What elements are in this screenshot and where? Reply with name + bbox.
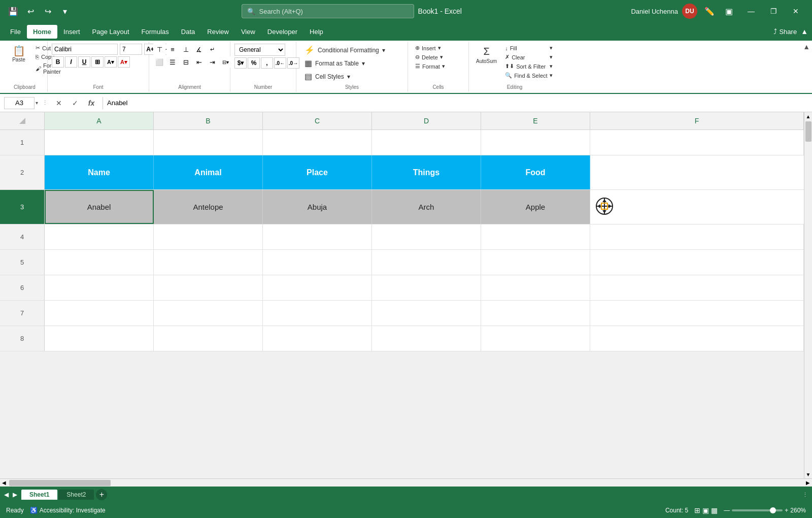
cell-a2[interactable]: Name bbox=[45, 155, 154, 189]
sheet-right-arrow[interactable]: ⋮ bbox=[800, 491, 810, 499]
cell-e6[interactable] bbox=[481, 275, 590, 300]
row-num-3[interactable]: 3 bbox=[0, 190, 45, 224]
wrap-text-button[interactable]: ↵ bbox=[206, 44, 218, 55]
cell-e1[interactable] bbox=[481, 130, 590, 155]
delete-button[interactable]: ⊖ Delete ▾ bbox=[412, 53, 446, 61]
cell-b3[interactable]: Antelope bbox=[154, 190, 263, 224]
paste-button[interactable]: 📋 Paste bbox=[6, 44, 31, 65]
cell-b4[interactable] bbox=[154, 224, 263, 249]
cell-a3[interactable]: Anabel bbox=[45, 190, 154, 224]
cell-b2[interactable]: Animal bbox=[154, 155, 263, 189]
cell-c1[interactable] bbox=[263, 130, 372, 155]
cell-c3[interactable]: Abuja bbox=[263, 190, 372, 224]
cell-d4[interactable] bbox=[372, 224, 481, 249]
font-color-button[interactable]: A▾ bbox=[118, 56, 130, 68]
number-format-select[interactable]: General Number Currency Accounting Date … bbox=[234, 44, 285, 56]
insert-button[interactable]: ⊕ Insert ▾ bbox=[412, 44, 444, 52]
cell-e3[interactable]: Apple bbox=[481, 190, 590, 224]
col-header-a[interactable]: A bbox=[45, 112, 154, 130]
top-align-button[interactable]: ⊤ bbox=[153, 44, 165, 55]
cell-f5[interactable] bbox=[590, 250, 804, 275]
cell-f4[interactable] bbox=[590, 224, 804, 249]
ribbon-collapse-arrow[interactable]: ▲ bbox=[803, 43, 810, 51]
vertical-scrollbar[interactable]: ▲ ▼ bbox=[804, 112, 812, 478]
cell-e2[interactable]: Food bbox=[481, 155, 590, 189]
zoom-slider[interactable] bbox=[732, 509, 783, 511]
autosum-button[interactable]: Σ AutoSum bbox=[473, 44, 500, 66]
cell-b6[interactable] bbox=[154, 275, 263, 300]
decrease-decimal-button[interactable]: .0← bbox=[274, 57, 286, 69]
italic-button[interactable]: I bbox=[65, 56, 77, 68]
font-name-input[interactable] bbox=[52, 44, 118, 55]
scroll-left-arrow[interactable]: ◀ bbox=[0, 480, 8, 485]
sheet-nav-next[interactable]: ▶ bbox=[11, 491, 19, 498]
cell-e8[interactable] bbox=[481, 326, 590, 351]
comma-button[interactable]: , bbox=[261, 57, 273, 69]
normal-view-icon[interactable]: ⊞ bbox=[694, 506, 700, 514]
cell-b7[interactable] bbox=[154, 301, 263, 326]
col-header-f[interactable]: F bbox=[590, 112, 804, 130]
horizontal-scrollbar[interactable]: ◀ ▶ bbox=[0, 478, 812, 487]
cell-e4[interactable] bbox=[481, 224, 590, 249]
minimize-button[interactable]: — bbox=[741, 4, 761, 19]
format-as-table-button[interactable]: ▦ Format as Table ▾ bbox=[300, 57, 369, 70]
menu-file[interactable]: File bbox=[4, 25, 27, 39]
row-num-8[interactable]: 8 bbox=[0, 326, 45, 351]
cell-a8[interactable] bbox=[45, 326, 154, 351]
fill-color-button[interactable]: A▾ bbox=[105, 56, 117, 68]
border-button[interactable]: ⊞ bbox=[91, 56, 104, 68]
add-sheet-button[interactable]: + bbox=[96, 489, 107, 500]
cell-f2[interactable] bbox=[590, 155, 804, 189]
corner-cell[interactable] bbox=[0, 112, 45, 130]
angle-text-button[interactable]: ∡ bbox=[193, 44, 205, 55]
page-layout-view-icon[interactable]: ▣ bbox=[702, 506, 709, 514]
merge-center-button[interactable]: ⊟▾ bbox=[219, 56, 231, 68]
cell-ref-input[interactable] bbox=[4, 97, 35, 109]
font-size-input[interactable] bbox=[120, 44, 142, 55]
formula-input[interactable] bbox=[107, 97, 808, 109]
bottom-align-button[interactable]: ⊥ bbox=[180, 44, 192, 55]
share-button[interactable]: ⤴ Share bbox=[773, 27, 797, 36]
col-header-b[interactable]: B bbox=[154, 112, 263, 130]
sheet-nav-prev[interactable]: ◀ bbox=[2, 491, 11, 498]
customize-icon[interactable]: ▾ bbox=[58, 4, 72, 18]
sheet-tab-2[interactable]: Sheet2 bbox=[58, 490, 94, 500]
cell-styles-button[interactable]: ▤ Cell Styles ▾ bbox=[300, 70, 354, 83]
cell-f6[interactable] bbox=[590, 275, 804, 300]
sort-filter-button[interactable]: ⬆⬇Sort & Filter▾ bbox=[502, 62, 555, 71]
cell-c8[interactable] bbox=[263, 326, 372, 351]
cell-e7[interactable] bbox=[481, 301, 590, 326]
middle-align-button[interactable]: ≡ bbox=[166, 44, 179, 55]
zoom-thumb[interactable] bbox=[770, 507, 776, 513]
cell-b1[interactable] bbox=[154, 130, 263, 155]
cell-d3[interactable]: Arch bbox=[372, 190, 481, 224]
zoom-out-button[interactable]: — bbox=[724, 507, 730, 514]
left-align-button[interactable]: ⬜ bbox=[153, 56, 165, 68]
format-button[interactable]: ☰ Format ▾ bbox=[412, 62, 448, 71]
cell-a1[interactable] bbox=[45, 130, 154, 155]
close-button[interactable]: ✕ bbox=[786, 4, 806, 19]
percent-button[interactable]: % bbox=[248, 57, 260, 69]
pen-icon[interactable]: ✏️ bbox=[702, 4, 717, 18]
zoom-in-button[interactable]: + bbox=[785, 507, 788, 514]
scroll-thumb[interactable] bbox=[805, 121, 811, 142]
cancel-icon[interactable]: ✕ bbox=[52, 96, 66, 110]
cell-a5[interactable] bbox=[45, 250, 154, 275]
find-select-button[interactable]: 🔍Find & Select▾ bbox=[502, 71, 555, 80]
row-num-6[interactable]: 6 bbox=[0, 275, 45, 300]
row-num-1[interactable]: 1 bbox=[0, 130, 45, 155]
scroll-up-arrow[interactable]: ▲ bbox=[804, 112, 812, 120]
cell-b8[interactable] bbox=[154, 326, 263, 351]
menu-page-layout[interactable]: Page Layout bbox=[86, 25, 136, 39]
cell-f7[interactable] bbox=[590, 301, 804, 326]
save-icon[interactable]: 💾 bbox=[6, 4, 20, 18]
cell-a6[interactable] bbox=[45, 275, 154, 300]
restore-button[interactable]: ❐ bbox=[763, 4, 784, 19]
cell-d6[interactable] bbox=[372, 275, 481, 300]
increase-indent-button[interactable]: ⇥ bbox=[206, 56, 218, 68]
undo-icon[interactable]: ↩ bbox=[23, 4, 38, 18]
cell-d1[interactable] bbox=[372, 130, 481, 155]
redo-icon[interactable]: ↪ bbox=[41, 4, 55, 18]
cell-a4[interactable] bbox=[45, 224, 154, 249]
menu-data[interactable]: Data bbox=[175, 25, 201, 39]
